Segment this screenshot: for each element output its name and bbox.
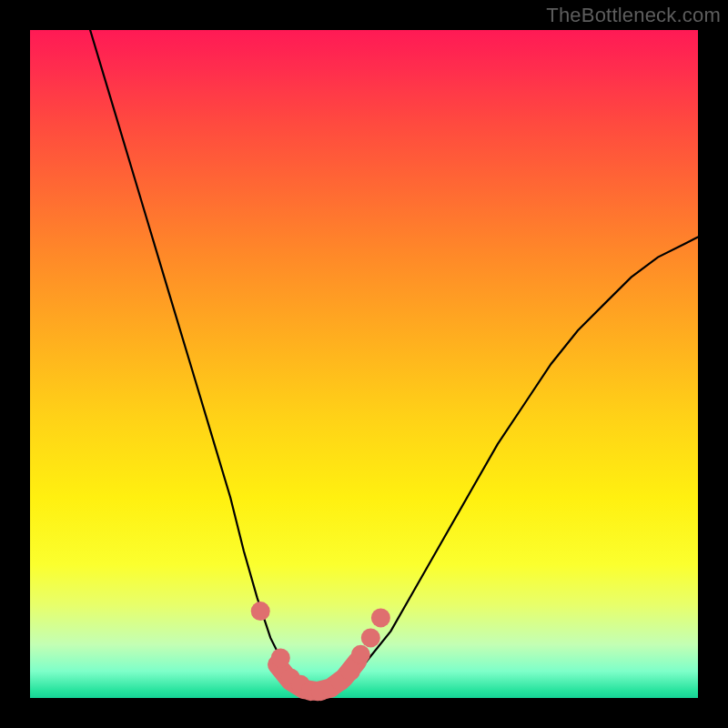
bottleneck-curve: [90, 30, 698, 692]
plot-area: [30, 30, 698, 698]
watermark-text: TheBottleneck.com: [546, 4, 721, 27]
marker-dot: [361, 628, 380, 647]
marker-dot: [341, 662, 360, 681]
marker-dots: [251, 602, 390, 701]
marker-dot: [251, 602, 270, 621]
marker-dot: [351, 645, 370, 664]
chart-frame: TheBottleneck.com: [0, 0, 728, 728]
marker-dot: [271, 649, 290, 668]
marker-dot: [371, 608, 390, 627]
curve-layer: [30, 30, 698, 698]
